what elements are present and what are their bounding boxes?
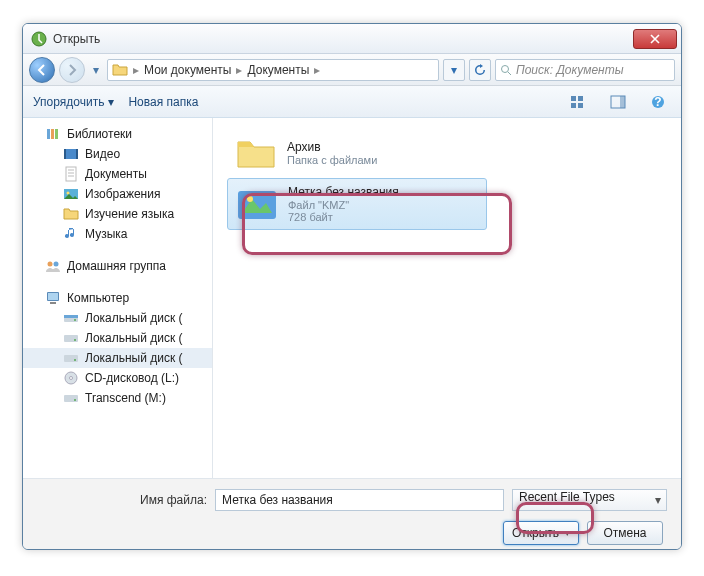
file-item-kmz[interactable]: Метка без названия Файл "KMZ" 728 байт	[227, 178, 487, 230]
folder-item[interactable]: Архив Папка с файлами	[227, 128, 487, 178]
svg-point-32	[70, 377, 73, 380]
breadcrumb-dropdown[interactable]: ▾	[443, 59, 465, 81]
sidebar-item-disk[interactable]: Локальный диск (	[23, 308, 212, 328]
organize-menu[interactable]: Упорядочить ▾	[33, 95, 114, 109]
svg-rect-10	[47, 129, 50, 139]
open-file-dialog: Открыть ▾ ▸ Мои документы ▸ Документы ▸ …	[22, 23, 682, 550]
file-list: Архив Папка с файлами Метка без названия…	[213, 118, 681, 478]
sidebar-item-transcend[interactable]: Transcend (M:)	[23, 388, 212, 408]
svg-rect-13	[64, 149, 78, 159]
filename-label: Имя файла:	[37, 493, 207, 507]
svg-rect-16	[66, 167, 76, 181]
dialog-footer: Имя файла: Recent File Types Открыть Отм…	[23, 478, 681, 550]
svg-point-30	[74, 359, 76, 361]
nav-bar: ▾ ▸ Мои документы ▸ Документы ▸ ▾ Поиск:…	[23, 54, 681, 86]
refresh-button[interactable]	[469, 59, 491, 81]
svg-point-36	[247, 196, 253, 202]
svg-rect-2	[571, 96, 576, 101]
svg-point-26	[74, 319, 76, 321]
svg-rect-11	[51, 129, 54, 139]
filetype-dropdown[interactable]: Recent File Types	[512, 489, 667, 511]
sidebar-item-images[interactable]: Изображения	[23, 184, 212, 204]
toolbar: Упорядочить ▾ Новая папка ?	[23, 86, 681, 118]
svg-rect-7	[620, 96, 625, 108]
svg-rect-33	[64, 395, 78, 402]
file-meta: Папка с файлами	[287, 154, 377, 166]
new-folder-button[interactable]: Новая папка	[128, 95, 198, 109]
back-button[interactable]	[29, 57, 55, 83]
forward-button[interactable]	[59, 57, 85, 83]
search-icon	[500, 64, 512, 76]
svg-text:?: ?	[654, 95, 661, 109]
view-options-button[interactable]	[565, 91, 591, 113]
svg-rect-4	[571, 103, 576, 108]
breadcrumb-segment[interactable]: Документы	[247, 63, 309, 77]
history-dropdown[interactable]: ▾	[89, 57, 103, 83]
sidebar-item-music[interactable]: Музыка	[23, 224, 212, 244]
svg-point-20	[54, 262, 59, 267]
svg-rect-35	[238, 191, 276, 219]
folder-icon	[112, 62, 128, 78]
sidebar-item-homegroup[interactable]: Домашняя группа	[23, 256, 212, 276]
app-icon	[31, 31, 47, 47]
sidebar-item-computer[interactable]: Компьютер	[23, 288, 212, 308]
nav-pane: Библиотеки Видео Документы Изображения И…	[23, 118, 213, 478]
sidebar-item-video[interactable]: Видео	[23, 144, 212, 164]
open-button[interactable]: Открыть	[503, 521, 579, 545]
chevron-right-icon: ▸	[311, 63, 323, 77]
sidebar-item-study[interactable]: Изучение языка	[23, 204, 212, 224]
sidebar-item-disk[interactable]: Локальный диск (	[23, 328, 212, 348]
filename-input[interactable]	[215, 489, 504, 511]
sidebar-item-documents[interactable]: Документы	[23, 164, 212, 184]
breadcrumb-segment[interactable]: Мои документы	[144, 63, 231, 77]
sidebar-item-libraries[interactable]: Библиотеки	[23, 124, 212, 144]
file-type: Файл "KMZ"	[288, 199, 399, 211]
sidebar-item-disk[interactable]: Локальный диск (	[23, 348, 212, 368]
close-button[interactable]	[633, 29, 677, 49]
svg-point-19	[48, 262, 53, 267]
svg-rect-5	[578, 103, 583, 108]
svg-rect-27	[64, 335, 78, 342]
cancel-button[interactable]: Отмена	[587, 521, 663, 545]
dialog-body: Библиотеки Видео Документы Изображения И…	[23, 118, 681, 478]
svg-rect-14	[64, 149, 66, 159]
chevron-down-icon: ▾	[108, 95, 114, 109]
file-name: Архив	[287, 140, 377, 154]
help-button[interactable]: ?	[645, 91, 671, 113]
svg-point-28	[74, 339, 76, 341]
svg-rect-29	[64, 355, 78, 362]
svg-point-1	[502, 65, 509, 72]
svg-rect-3	[578, 96, 583, 101]
svg-rect-25	[64, 315, 78, 318]
svg-rect-23	[50, 302, 56, 304]
search-placeholder: Поиск: Документы	[516, 63, 624, 77]
kmz-file-icon	[236, 185, 278, 223]
svg-rect-22	[48, 293, 58, 300]
chevron-right-icon: ▸	[233, 63, 245, 77]
titlebar: Открыть	[23, 24, 681, 54]
svg-rect-12	[55, 129, 58, 139]
sidebar-item-cd[interactable]: CD-дисковод (L:)	[23, 368, 212, 388]
search-input[interactable]: Поиск: Документы	[495, 59, 675, 81]
file-size: 728 байт	[288, 211, 399, 223]
chevron-right-icon: ▸	[130, 63, 142, 77]
file-name: Метка без названия	[288, 185, 399, 199]
folder-icon	[235, 134, 277, 172]
breadcrumb[interactable]: ▸ Мои документы ▸ Документы ▸	[107, 59, 439, 81]
svg-point-34	[74, 399, 76, 401]
preview-pane-button[interactable]	[605, 91, 631, 113]
svg-rect-15	[76, 149, 78, 159]
window-title: Открыть	[53, 32, 633, 46]
